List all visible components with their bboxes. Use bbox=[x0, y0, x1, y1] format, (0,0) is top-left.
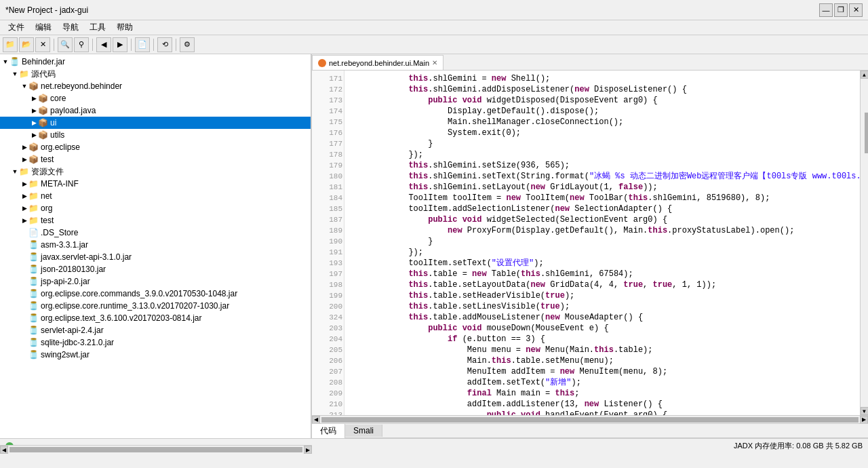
org-folder-label: org bbox=[41, 203, 52, 213]
settings-button[interactable]: ⚙ bbox=[180, 37, 195, 52]
tree-javax-jar[interactable]: ▶ 🫙 javax.servlet-api-3.1.0.jar bbox=[0, 251, 311, 263]
title-bar: *New Project - jadx-gui — ❐ ✕ bbox=[0, 0, 868, 20]
left-hscroll-thumb[interactable] bbox=[9, 447, 302, 452]
utils-icon: 📦 bbox=[38, 130, 49, 140]
menu-file[interactable]: 文件 bbox=[3, 20, 30, 35]
close-file-button[interactable]: ✕ bbox=[35, 37, 50, 52]
hscroll-right-button[interactable]: ▶ bbox=[860, 416, 868, 424]
net-folder-arrow: ▶ bbox=[20, 193, 28, 199]
open-file-button[interactable]: 📁 bbox=[3, 37, 18, 52]
meta-inf-arrow: ▶ bbox=[20, 180, 28, 187]
servlet-jar-icon: 🫙 bbox=[28, 326, 39, 335]
file-button[interactable]: 📄 bbox=[135, 37, 150, 52]
window-controls: — ❐ ✕ bbox=[819, 3, 863, 17]
scroll-down-button[interactable]: ▼ bbox=[861, 407, 869, 415]
search-button2[interactable]: ⚲ bbox=[74, 37, 89, 52]
payload-label: payload.java bbox=[50, 106, 96, 115]
tree-sqlite-jar[interactable]: ▶ 🫙 sqlite-jdbc-3.21.0.jar bbox=[0, 336, 311, 349]
tree-json-jar[interactable]: ▶ 🫙 json-20180130.jar bbox=[0, 263, 311, 275]
menu-tools[interactable]: 工具 bbox=[84, 20, 111, 35]
payload-arrow: ▶ bbox=[30, 107, 38, 114]
ui-arrow: ▶ bbox=[30, 119, 38, 126]
menu-navigate[interactable]: 导航 bbox=[57, 20, 84, 35]
jsp-jar-icon: 🫙 bbox=[28, 277, 39, 286]
tree-eclipse-runtime-jar[interactable]: ▶ 🫙 org.eclipse.core.runtime_3.13.0.v201… bbox=[0, 300, 311, 312]
package-net-icon: 📦 bbox=[28, 81, 39, 91]
file-tree-panel: ▼ 🫙 Behinder.jar ▼ 📁 源代码 ▼ 📦 net.rebeyon… bbox=[0, 54, 312, 438]
tree-root[interactable]: ▼ 🫙 Behinder.jar bbox=[0, 56, 311, 68]
wrap-button[interactable]: ⟲ bbox=[157, 37, 172, 52]
test-icon: 📦 bbox=[28, 155, 39, 164]
tree-package-net[interactable]: ▼ 📦 net.rebeyond.behinder bbox=[0, 80, 311, 92]
hscroll-thumb[interactable] bbox=[321, 417, 859, 423]
tree-org-folder[interactable]: ▶ 📁 org bbox=[0, 202, 311, 214]
ds-icon: 📄 bbox=[28, 228, 39, 237]
resources-folder-icon: 📁 bbox=[19, 167, 30, 176]
org-eclipse-icon: 📦 bbox=[28, 142, 39, 152]
ui-icon: 📦 bbox=[38, 118, 49, 128]
tree-test[interactable]: ▶ 📦 test bbox=[0, 153, 311, 165]
menu-help[interactable]: 帮助 bbox=[111, 20, 138, 35]
left-hscroll-right[interactable]: ▶ bbox=[304, 446, 312, 454]
eclipse-runtime-jar-label: org.eclipse.core.runtime_3.13.0.v2017020… bbox=[41, 301, 229, 311]
tree-servlet-jar[interactable]: ▶ 🫙 servlet-api-2.4.jar bbox=[0, 324, 311, 336]
tab-close-button[interactable]: ✕ bbox=[432, 59, 437, 66]
scroll-thumb[interactable] bbox=[865, 113, 869, 153]
net-folder-icon: 📁 bbox=[28, 191, 39, 201]
tab-smali[interactable]: Smali bbox=[345, 425, 382, 437]
search-button1[interactable]: 🔍 bbox=[58, 37, 73, 52]
close-button[interactable]: ✕ bbox=[849, 3, 863, 17]
code-area: 171 172 173 174 175 176 177 178 179 180 … bbox=[312, 71, 868, 415]
swing2swt-jar-label: swing2swt.jar bbox=[41, 350, 90, 359]
tree-test-folder[interactable]: ▶ 📁 test bbox=[0, 214, 311, 227]
toolbar-sep5 bbox=[176, 39, 176, 51]
eclipse-text-jar-label: org.eclipse.text_3.6.100.v20170203-0814.… bbox=[41, 313, 202, 323]
tree-payload[interactable]: ▶ 📦 payload.java bbox=[0, 104, 311, 117]
toolbar: 📁 📂 ✕ 🔍 ⚲ ◀ ▶ 📄 ⟲ ⚙ bbox=[0, 35, 868, 54]
tree-swing2swt-jar[interactable]: ▶ 🫙 swing2swt.jar bbox=[0, 349, 311, 361]
toolbar-sep2 bbox=[92, 39, 93, 51]
test-folder-label: test bbox=[41, 216, 54, 225]
tree-jsp-jar[interactable]: ▶ 🫙 jsp-api-2.0.jar bbox=[0, 275, 311, 288]
jar-icon: 🫙 bbox=[9, 57, 20, 66]
hscroll-left-button[interactable]: ◀ bbox=[312, 416, 320, 424]
sqlite-jar-label: sqlite-jdbc-3.21.0.jar bbox=[41, 338, 114, 347]
asm-jar-icon: 🫙 bbox=[28, 240, 39, 250]
open-button2[interactable]: 📂 bbox=[19, 37, 34, 52]
meta-inf-label: META-INF bbox=[41, 179, 79, 189]
back-button[interactable]: ◀ bbox=[96, 37, 111, 52]
maximize-button[interactable]: ❐ bbox=[834, 3, 848, 17]
meta-inf-icon: 📁 bbox=[28, 179, 39, 189]
left-hscroll-left[interactable]: ◀ bbox=[0, 446, 8, 454]
core-label: core bbox=[50, 94, 66, 103]
tree-ds-store[interactable]: ▶ 📄 .DS_Store bbox=[0, 227, 311, 239]
tree-meta-inf[interactable]: ▶ 📁 META-INF bbox=[0, 178, 311, 190]
line-numbers: 171 172 173 174 175 176 177 178 179 180 … bbox=[312, 71, 344, 415]
tree-asm-jar[interactable]: ▶ 🫙 asm-3.3.1.jar bbox=[0, 239, 311, 251]
scroll-up-button[interactable]: ▲ bbox=[861, 71, 869, 79]
sources-arrow: ▼ bbox=[11, 71, 19, 77]
tree-resources[interactable]: ▼ 📁 资源文件 bbox=[0, 165, 311, 178]
toolbar-sep1 bbox=[54, 39, 54, 51]
org-eclipse-label: org.eclipse bbox=[41, 142, 80, 152]
tree-eclipse-text-jar[interactable]: ▶ 🫙 org.eclipse.text_3.6.100.v20170203-0… bbox=[0, 312, 311, 324]
tab-code[interactable]: 代码 bbox=[312, 424, 345, 438]
asm-jar-label: asm-3.3.1.jar bbox=[41, 240, 88, 250]
forward-button[interactable]: ▶ bbox=[113, 37, 127, 52]
tree-ui[interactable]: ▶ 📦 ui bbox=[0, 117, 311, 129]
tree-eclipse-commands-jar[interactable]: ▶ 🫙 org.eclipse.core.commands_3.9.0.v201… bbox=[0, 288, 311, 300]
minimize-button[interactable]: — bbox=[819, 3, 833, 17]
tree-utils[interactable]: ▶ 📦 utils bbox=[0, 129, 311, 141]
net-arrow: ▼ bbox=[20, 83, 28, 90]
toolbar-sep4 bbox=[153, 39, 154, 51]
tree-core[interactable]: ▶ 📦 core bbox=[0, 92, 311, 104]
tree-org-eclipse[interactable]: ▶ 📦 org.eclipse bbox=[0, 141, 311, 153]
root-arrow: ▼ bbox=[1, 58, 9, 65]
resources-label: 资源文件 bbox=[31, 166, 64, 178]
tree-net-folder[interactable]: ▶ 📁 net bbox=[0, 190, 311, 202]
menu-edit[interactable]: 编辑 bbox=[30, 20, 57, 35]
test-arrow: ▶ bbox=[20, 156, 28, 163]
tree-sources[interactable]: ▼ 📁 源代码 bbox=[0, 68, 311, 80]
editor-tab[interactable]: net.rebeyond.behinder.ui.Main ✕ bbox=[312, 55, 443, 70]
code-content[interactable]: this.shlGemini = new Shell(); this.shlGe… bbox=[344, 71, 860, 415]
